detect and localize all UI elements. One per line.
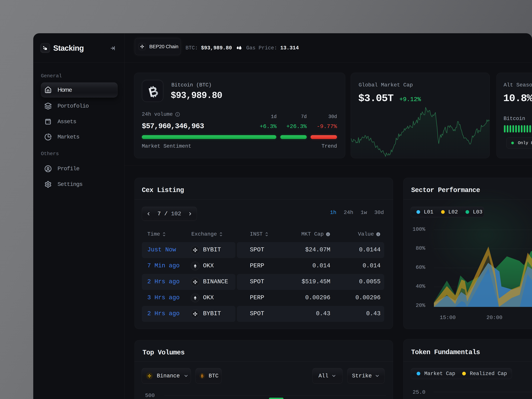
svg-text:B: B [201, 374, 203, 378]
svg-text:B: B [147, 83, 160, 100]
